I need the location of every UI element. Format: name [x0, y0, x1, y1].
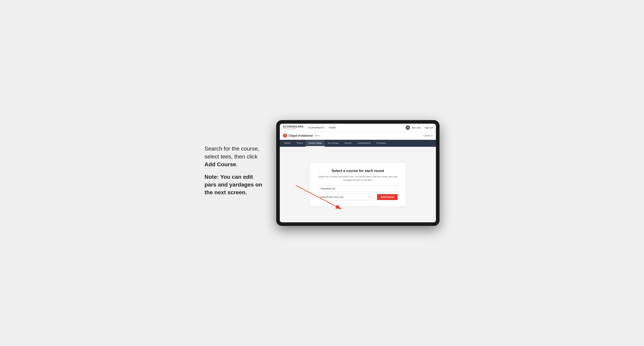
annotation-block: Search for the course, select tees, then… [204, 145, 264, 201]
top-nav-right: TU Test User | Sign out [406, 126, 433, 130]
tab-details[interactable]: Details [282, 140, 294, 147]
tab-printables[interactable]: Printables [374, 140, 389, 147]
top-nav: SCOREBOARD Powered by clippd TOURNAMENTS… [280, 124, 436, 132]
tee-select[interactable]: Gold (M) (M) (7010 yds) ✕ ⌄ [318, 194, 375, 200]
cancel-button[interactable]: Cancel ✕ [423, 134, 433, 137]
course-search-input[interactable] [318, 185, 398, 192]
tab-leaderboards[interactable]: Leaderboards [354, 140, 374, 147]
annotation-line1: Search for the course, select tees, then… [204, 145, 264, 168]
tournament-icon: C [283, 134, 287, 138]
page-wrapper: Search for the course, select tees, then… [0, 112, 644, 234]
tournament-title-block: C Clippd Invitational (Men) [283, 134, 320, 138]
user-label: Test User [412, 127, 421, 129]
card-title: Select a course for each round [318, 169, 398, 173]
annotation-bold1: Add Course [204, 161, 236, 168]
tablet-screen: SCOREBOARD Powered by clippd TOURNAMENTS… [280, 124, 436, 222]
tee-chevron-icon[interactable]: ⌄ [371, 196, 373, 198]
course-card: Select a course for each round Search fo… [310, 163, 406, 206]
brand: SCOREBOARD Powered by clippd [283, 125, 304, 130]
tab-teams[interactable]: Teams [294, 140, 306, 147]
tee-select-controls: ✕ ⌄ [368, 196, 373, 198]
nav-links: TOURNAMENTS TEAMS [308, 127, 336, 129]
brand-title: SCOREBOARD [283, 125, 304, 128]
tournament-badge: (Men) [314, 134, 320, 137]
main-content: Select a course for each round Search fo… [280, 147, 436, 222]
tee-row: Gold (M) (M) (7010 yds) ✕ ⌄ Add Course [318, 194, 398, 200]
tab-results[interactable]: Results [342, 140, 354, 147]
brand-sub: Powered by clippd [283, 128, 304, 130]
tab-tee-groups[interactable]: Tee Groups [324, 140, 342, 147]
tournament-name: Clippd Invitational [288, 134, 313, 137]
top-nav-left: SCOREBOARD Powered by clippd TOURNAMENTS… [283, 125, 336, 130]
add-course-button[interactable]: Add Course [377, 194, 398, 200]
user-avatar: TU [406, 126, 410, 130]
tournament-header: C Clippd Invitational (Men) Cancel ✕ [280, 132, 436, 140]
tee-clear-icon[interactable]: ✕ [368, 196, 370, 198]
annotation-line2: Note: You can edit pars and yardages on … [204, 173, 264, 196]
annotation-bold2: Note: You can edit pars and yardages on … [204, 174, 262, 195]
sign-out-link[interactable]: Sign out [425, 127, 433, 129]
cancel-icon: ✕ [431, 134, 433, 137]
tee-select-value: Gold (M) (M) (7010 yds) [320, 196, 344, 198]
cancel-label: Cancel [423, 134, 430, 137]
tablet-device: SCOREBOARD Powered by clippd TOURNAMENTS… [276, 120, 440, 226]
tab-course-setup[interactable]: Course Setup [306, 140, 324, 147]
nav-divider: | [422, 127, 423, 129]
tabs-bar: Details Teams Course Setup Tee Groups Re… [280, 140, 436, 147]
card-description: Search for a course and select a tee. Yo… [318, 175, 398, 181]
nav-tournaments[interactable]: TOURNAMENTS [308, 127, 324, 129]
nav-teams[interactable]: TEAMS [328, 127, 336, 129]
